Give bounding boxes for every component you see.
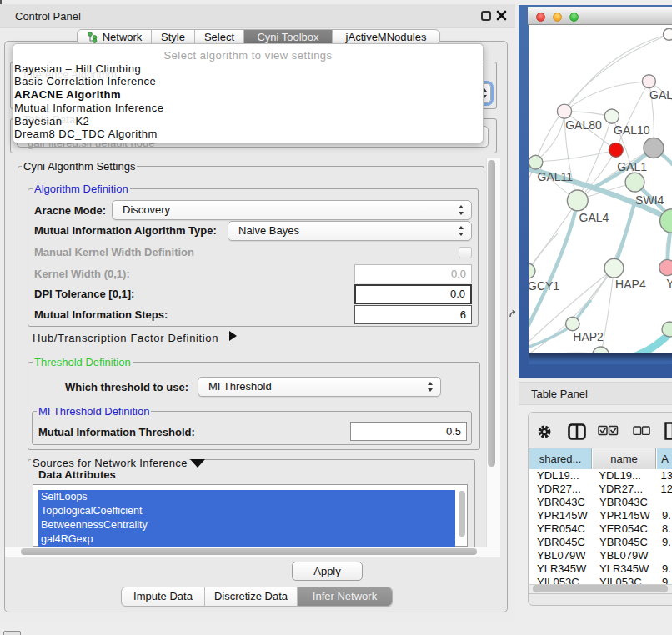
svg-text:HAP2: HAP2 [573,330,604,343]
svg-text:GAL80: GAL80 [565,118,602,132]
svg-text:YJL: YJL [666,277,672,290]
svg-text:GCY1: GCY1 [529,279,559,292]
svg-text:GAL11: GAL11 [538,170,574,183]
svg-text:GAL10: GAL10 [614,123,650,137]
svg-text:GAL1: GAL1 [617,160,647,173]
svg-text:HAP4: HAP4 [615,278,646,291]
svg-text:GAL2: GAL2 [649,88,672,102]
svg-text:GAL4: GAL4 [579,211,609,224]
svg-text:SWI4: SWI4 [635,193,664,207]
